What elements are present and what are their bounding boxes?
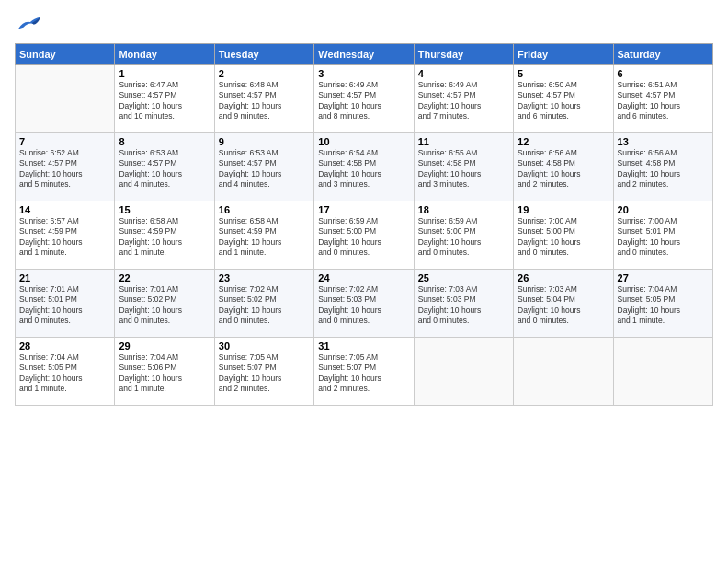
day-info: Sunrise: 7:00 AM Sunset: 5:00 PM Dayligh… — [518, 216, 609, 259]
day-info: Sunrise: 7:00 AM Sunset: 5:01 PM Dayligh… — [618, 216, 709, 259]
header — [15, 9, 713, 38]
day-cell: 31Sunrise: 7:05 AM Sunset: 5:07 PM Dayli… — [314, 337, 414, 405]
day-info: Sunrise: 7:02 AM Sunset: 5:02 PM Dayligh… — [219, 284, 310, 327]
day-cell: 21Sunrise: 7:01 AM Sunset: 5:01 PM Dayli… — [16, 269, 115, 337]
day-number: 25 — [418, 272, 509, 283]
day-number: 29 — [119, 340, 210, 351]
day-number: 2 — [219, 68, 310, 79]
day-info: Sunrise: 6:56 AM Sunset: 4:58 PM Dayligh… — [618, 148, 709, 190]
logo-bird-icon — [17, 13, 42, 33]
calendar-table: SundayMondayTuesdayWednesdayThursdayFrid… — [15, 43, 713, 406]
day-info: Sunrise: 6:59 AM Sunset: 5:00 PM Dayligh… — [318, 216, 409, 259]
day-number: 14 — [19, 204, 110, 215]
day-cell: 2Sunrise: 6:48 AM Sunset: 4:57 PM Daylig… — [214, 64, 313, 132]
day-info: Sunrise: 6:53 AM Sunset: 4:57 PM Dayligh… — [119, 148, 210, 190]
day-cell: 30Sunrise: 7:05 AM Sunset: 5:07 PM Dayli… — [214, 337, 313, 405]
day-cell: 17Sunrise: 6:59 AM Sunset: 5:00 PM Dayli… — [314, 201, 414, 269]
day-info: Sunrise: 6:50 AM Sunset: 4:57 PM Dayligh… — [518, 80, 609, 122]
day-cell: 28Sunrise: 7:04 AM Sunset: 5:05 PM Dayli… — [16, 337, 115, 405]
day-cell — [16, 64, 115, 132]
day-info: Sunrise: 6:56 AM Sunset: 4:58 PM Dayligh… — [518, 148, 609, 190]
day-info: Sunrise: 6:49 AM Sunset: 4:57 PM Dayligh… — [318, 80, 409, 122]
day-cell: 5Sunrise: 6:50 AM Sunset: 4:57 PM Daylig… — [514, 64, 613, 132]
day-number: 5 — [518, 68, 609, 79]
day-cell: 10Sunrise: 6:54 AM Sunset: 4:58 PM Dayli… — [314, 132, 414, 201]
day-cell: 26Sunrise: 7:03 AM Sunset: 5:04 PM Dayli… — [514, 269, 613, 337]
col-header-thursday: Thursday — [414, 43, 513, 64]
day-number: 6 — [618, 68, 709, 79]
day-info: Sunrise: 7:03 AM Sunset: 5:04 PM Dayligh… — [518, 284, 609, 327]
day-number: 21 — [19, 272, 110, 283]
day-cell: 14Sunrise: 6:57 AM Sunset: 4:59 PM Dayli… — [16, 201, 115, 269]
day-number: 16 — [219, 204, 310, 215]
day-number: 20 — [618, 204, 709, 215]
day-cell: 22Sunrise: 7:01 AM Sunset: 5:02 PM Dayli… — [115, 269, 214, 337]
page-container: SundayMondayTuesdayWednesdayThursdayFrid… — [0, 0, 728, 415]
day-info: Sunrise: 6:53 AM Sunset: 4:57 PM Dayligh… — [219, 148, 310, 190]
day-info: Sunrise: 6:47 AM Sunset: 4:57 PM Dayligh… — [119, 80, 210, 122]
day-number: 3 — [318, 68, 409, 79]
day-number: 31 — [318, 340, 409, 351]
day-cell: 18Sunrise: 6:59 AM Sunset: 5:00 PM Dayli… — [414, 201, 513, 269]
day-number: 28 — [19, 340, 110, 351]
day-number: 10 — [318, 136, 409, 147]
day-number: 23 — [219, 272, 310, 283]
day-cell: 1Sunrise: 6:47 AM Sunset: 4:57 PM Daylig… — [115, 64, 214, 132]
week-row-3: 14Sunrise: 6:57 AM Sunset: 4:59 PM Dayli… — [16, 201, 713, 269]
day-cell: 23Sunrise: 7:02 AM Sunset: 5:02 PM Dayli… — [214, 269, 313, 337]
day-number: 8 — [119, 136, 210, 147]
week-row-4: 21Sunrise: 7:01 AM Sunset: 5:01 PM Dayli… — [16, 269, 713, 337]
day-cell — [613, 337, 712, 405]
day-info: Sunrise: 6:51 AM Sunset: 4:57 PM Dayligh… — [618, 80, 709, 122]
day-number: 15 — [119, 204, 210, 215]
day-info: Sunrise: 6:59 AM Sunset: 5:00 PM Dayligh… — [418, 216, 509, 259]
col-header-sunday: Sunday — [16, 43, 115, 64]
day-info: Sunrise: 6:52 AM Sunset: 4:57 PM Dayligh… — [19, 148, 110, 190]
day-info: Sunrise: 6:48 AM Sunset: 4:57 PM Dayligh… — [219, 80, 310, 122]
day-info: Sunrise: 6:54 AM Sunset: 4:58 PM Dayligh… — [318, 148, 409, 190]
day-info: Sunrise: 6:58 AM Sunset: 4:59 PM Dayligh… — [219, 216, 310, 259]
col-header-monday: Monday — [115, 43, 214, 64]
day-number: 19 — [518, 204, 609, 215]
day-number: 13 — [618, 136, 709, 147]
day-number: 17 — [318, 204, 409, 215]
day-number: 7 — [19, 136, 110, 147]
day-info: Sunrise: 7:05 AM Sunset: 5:07 PM Dayligh… — [219, 352, 310, 395]
day-number: 30 — [219, 340, 310, 351]
day-cell: 7Sunrise: 6:52 AM Sunset: 4:57 PM Daylig… — [16, 132, 115, 201]
day-info: Sunrise: 7:04 AM Sunset: 5:05 PM Dayligh… — [618, 284, 709, 327]
day-info: Sunrise: 7:03 AM Sunset: 5:03 PM Dayligh… — [418, 284, 509, 327]
day-cell: 12Sunrise: 6:56 AM Sunset: 4:58 PM Dayli… — [514, 132, 613, 201]
day-cell: 4Sunrise: 6:49 AM Sunset: 4:57 PM Daylig… — [414, 64, 513, 132]
day-number: 12 — [518, 136, 609, 147]
day-number: 1 — [119, 68, 210, 79]
day-cell: 24Sunrise: 7:02 AM Sunset: 5:03 PM Dayli… — [314, 269, 414, 337]
col-header-saturday: Saturday — [613, 43, 712, 64]
day-number: 9 — [219, 136, 310, 147]
col-header-tuesday: Tuesday — [214, 43, 313, 64]
day-cell: 3Sunrise: 6:49 AM Sunset: 4:57 PM Daylig… — [314, 64, 414, 132]
day-info: Sunrise: 7:01 AM Sunset: 5:01 PM Dayligh… — [19, 284, 110, 327]
day-cell — [414, 337, 513, 405]
day-cell: 25Sunrise: 7:03 AM Sunset: 5:03 PM Dayli… — [414, 269, 513, 337]
logo — [15, 13, 42, 38]
day-number: 11 — [418, 136, 509, 147]
day-info: Sunrise: 6:58 AM Sunset: 4:59 PM Dayligh… — [119, 216, 210, 259]
day-cell: 20Sunrise: 7:00 AM Sunset: 5:01 PM Dayli… — [613, 201, 712, 269]
day-cell: 19Sunrise: 7:00 AM Sunset: 5:00 PM Dayli… — [514, 201, 613, 269]
day-info: Sunrise: 7:02 AM Sunset: 5:03 PM Dayligh… — [318, 284, 409, 327]
day-info: Sunrise: 6:49 AM Sunset: 4:57 PM Dayligh… — [418, 80, 509, 122]
day-number: 24 — [318, 272, 409, 283]
day-number: 26 — [518, 272, 609, 283]
day-cell: 9Sunrise: 6:53 AM Sunset: 4:57 PM Daylig… — [214, 132, 313, 201]
logo-text — [15, 13, 42, 38]
day-info: Sunrise: 7:01 AM Sunset: 5:02 PM Dayligh… — [119, 284, 210, 327]
day-cell: 29Sunrise: 7:04 AM Sunset: 5:06 PM Dayli… — [115, 337, 214, 405]
header-row: SundayMondayTuesdayWednesdayThursdayFrid… — [16, 43, 713, 64]
week-row-2: 7Sunrise: 6:52 AM Sunset: 4:57 PM Daylig… — [16, 132, 713, 201]
day-cell: 11Sunrise: 6:55 AM Sunset: 4:58 PM Dayli… — [414, 132, 513, 201]
day-cell: 16Sunrise: 6:58 AM Sunset: 4:59 PM Dayli… — [214, 201, 313, 269]
day-info: Sunrise: 6:55 AM Sunset: 4:58 PM Dayligh… — [418, 148, 509, 190]
day-cell: 13Sunrise: 6:56 AM Sunset: 4:58 PM Dayli… — [613, 132, 712, 201]
col-header-friday: Friday — [514, 43, 613, 64]
